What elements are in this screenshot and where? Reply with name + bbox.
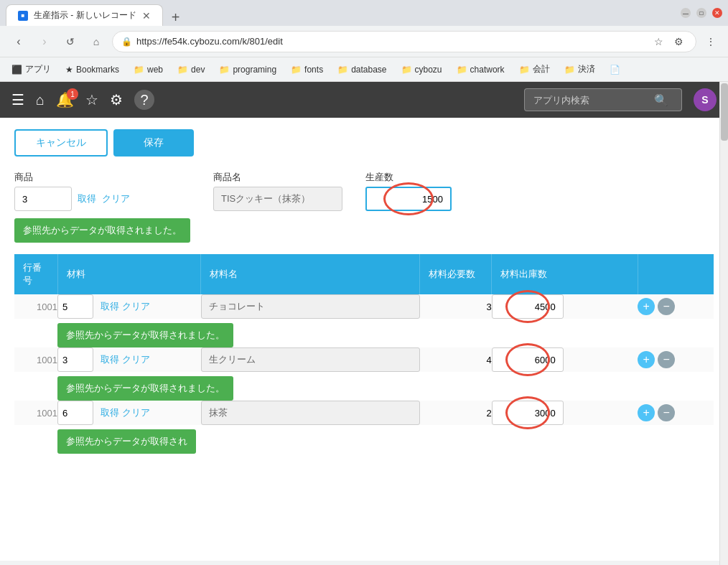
material-id-input-2[interactable]: [57, 347, 93, 372]
product-name-field: 商品名 TISクッキー（抹茶）: [213, 171, 342, 211]
remove-row-button-3[interactable]: −: [658, 404, 675, 421]
reload-button[interactable]: ↺: [60, 32, 80, 52]
row-actions-cell-3: + −: [638, 401, 714, 425]
action-bar: キャンセル 保存: [14, 129, 714, 157]
bookmark-dev[interactable]: 📁 dev: [172, 62, 210, 78]
product-field-row: 取得 クリア: [14, 187, 190, 211]
material-get-button-3[interactable]: 取得: [101, 406, 119, 419]
bookmark-chatwork[interactable]: 📁 chatwork: [451, 62, 510, 78]
production-count-field-row: [365, 187, 452, 211]
product-success-message: 参照先からデータが取得されました。: [14, 218, 190, 243]
table-body: 1001 取得 クリア チョコレート 3: [14, 294, 714, 454]
user-avatar[interactable]: S: [694, 88, 717, 111]
production-count-input[interactable]: [365, 187, 452, 211]
material-actions-cell-2: 取得 クリア: [101, 347, 201, 372]
extensions-button[interactable]: ⋮: [702, 33, 719, 50]
bookmark-fonts-label: fonts: [304, 65, 323, 75]
bookmark-doc[interactable]: 📄: [604, 62, 626, 78]
form-section: 商品 取得 クリア 参照先からデータが取得されました。 商品名 TISクッキー（…: [14, 171, 714, 243]
folder-icon-5: 📁: [337, 65, 348, 75]
bookmark-web[interactable]: 📁 web: [128, 62, 169, 78]
material-name-value-1: チョコレート: [201, 294, 420, 319]
folder-icon-2: 📁: [177, 65, 188, 75]
star-filled-icon: ★: [65, 65, 73, 75]
folder-icon-7: 📁: [457, 65, 467, 75]
forward-button[interactable]: ›: [34, 32, 55, 52]
new-tab-button[interactable]: +: [166, 9, 186, 26]
required-cell-1: 3: [420, 294, 492, 319]
remove-row-button-1[interactable]: −: [658, 298, 675, 315]
search-icon[interactable]: 🔍: [654, 93, 668, 107]
tab-close-button[interactable]: ✕: [142, 10, 151, 22]
bookmark-fonts[interactable]: 📁 fonts: [285, 62, 329, 78]
row-success-message-3: 参照先からデータが取得され: [57, 429, 196, 454]
success-row-2: 参照先からデータが取得されました。: [14, 372, 714, 401]
scrollbar-thumb[interactable]: [721, 83, 728, 141]
success-cell-1: 参照先からデータが取得されました。: [57, 319, 638, 347]
bookmark-apps[interactable]: ⬛ アプリ: [6, 60, 57, 78]
material-id-input-3[interactable]: [57, 401, 93, 425]
browser-frame: ■ 生産指示 - 新しいレコード ✕ + — □ ✕ ‹ › ↺ ⌂ 🔒 htt…: [0, 0, 728, 565]
product-clear-button[interactable]: クリア: [102, 192, 130, 205]
bookmark-accounting-label: 会計: [533, 63, 550, 75]
stock-input-2[interactable]: [492, 347, 564, 372]
row-num-2: 1001: [14, 347, 57, 372]
material-id-cell-3: [57, 401, 101, 425]
app-header: ☰ ⌂ 🔔 1 ☆ ⚙ ? 🔍 S: [0, 82, 728, 118]
add-row-button-2[interactable]: +: [638, 351, 655, 368]
active-tab[interactable]: ■ 生産指示 - 新しいレコード ✕: [6, 4, 163, 26]
menu-icon[interactable]: ☰: [11, 91, 24, 108]
notification-button[interactable]: 🔔 1: [56, 91, 74, 108]
product-label: 商品: [14, 171, 190, 184]
maximize-button[interactable]: □: [696, 8, 706, 18]
material-clear-button-2[interactable]: クリア: [122, 353, 150, 366]
bookmark-database-label: database: [351, 65, 386, 75]
bookmark-bookmarks[interactable]: ★ Bookmarks: [60, 62, 125, 78]
add-row-button-3[interactable]: +: [638, 404, 655, 421]
star-icon[interactable]: ☆: [650, 33, 667, 50]
favorites-button[interactable]: ☆: [85, 91, 98, 108]
material-get-button-2[interactable]: 取得: [101, 353, 119, 366]
bookmark-accounting[interactable]: 📁 会計: [513, 60, 556, 78]
bookmark-database[interactable]: 📁 database: [332, 62, 392, 78]
material-clear-button-3[interactable]: クリア: [122, 406, 150, 419]
minimize-button[interactable]: —: [681, 8, 691, 18]
bookmark-chatwork-label: chatwork: [470, 65, 505, 75]
save-button[interactable]: 保存: [113, 129, 194, 157]
address-text: https://fe54k.cybozu.com/k/801/edit: [136, 36, 645, 47]
bookmark-cybozu[interactable]: 📁 cybozu: [396, 62, 448, 78]
bookmark-payment[interactable]: 📁 決済: [559, 60, 601, 78]
product-field: 商品 取得 クリア 参照先からデータが取得されました。: [14, 171, 190, 243]
folder-icon-9: 📁: [564, 65, 575, 75]
success-cell-3: 参照先からデータが取得され: [57, 425, 638, 454]
material-name-cell-3: 抹茶: [201, 401, 420, 425]
settings-button[interactable]: ⚙: [110, 91, 123, 108]
back-button[interactable]: ‹: [9, 32, 29, 52]
cancel-button[interactable]: キャンセル: [14, 129, 108, 157]
address-box[interactable]: 🔒 https://fe54k.cybozu.com/k/801/edit ☆ …: [112, 31, 696, 52]
material-clear-button-1[interactable]: クリア: [122, 300, 150, 313]
document-icon: 📄: [610, 65, 620, 75]
scrollbar[interactable]: [719, 82, 728, 565]
product-input[interactable]: [14, 187, 72, 211]
bookmark-programing[interactable]: 📁 programing: [213, 62, 282, 78]
folder-icon-3: 📁: [219, 65, 230, 75]
stock-input-1[interactable]: [492, 294, 564, 319]
search-box[interactable]: 🔍: [524, 88, 682, 111]
settings-icon[interactable]: ⚙: [670, 33, 687, 50]
search-input[interactable]: [533, 95, 648, 106]
add-row-button-1[interactable]: +: [638, 298, 655, 315]
material-name-cell-2: 生クリーム: [201, 347, 420, 372]
home-button[interactable]: ⌂: [86, 32, 106, 52]
product-get-button[interactable]: 取得: [78, 192, 96, 205]
home-icon[interactable]: ⌂: [36, 92, 45, 108]
stock-input-3[interactable]: [492, 401, 564, 425]
material-get-button-1[interactable]: 取得: [101, 300, 119, 313]
help-button[interactable]: ?: [134, 90, 154, 110]
address-bar-row: ‹ › ↺ ⌂ 🔒 https://fe54k.cybozu.com/k/801…: [0, 26, 728, 57]
material-id-input-1[interactable]: [57, 294, 93, 319]
success-row-3: 参照先からデータが取得され: [14, 425, 714, 454]
remove-row-button-2[interactable]: −: [658, 351, 675, 368]
row-actions-cell-1: + −: [638, 294, 714, 319]
close-button[interactable]: ✕: [712, 8, 722, 18]
